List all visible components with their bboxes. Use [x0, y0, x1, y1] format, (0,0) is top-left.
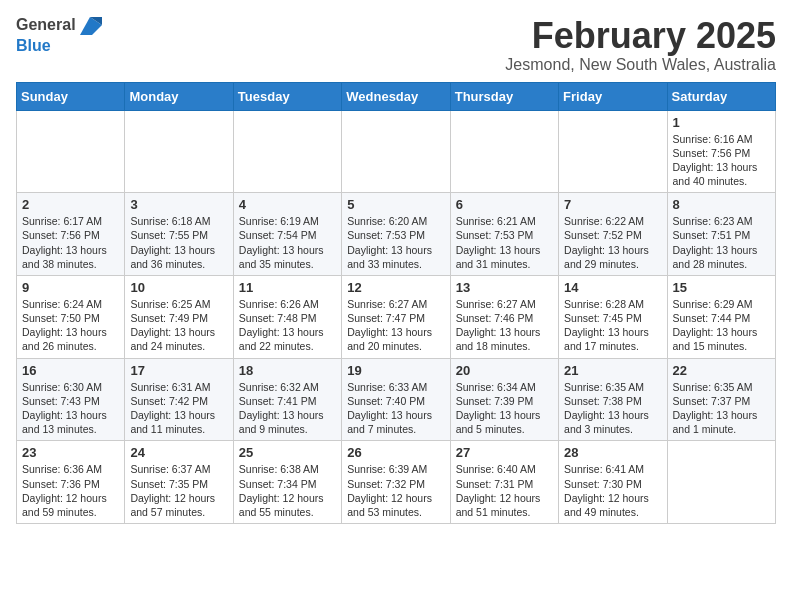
day-number: 20 [456, 363, 553, 378]
day-number: 26 [347, 445, 444, 460]
day-number: 9 [22, 280, 119, 295]
day-info: Sunrise: 6:18 AM Sunset: 7:55 PM Dayligh… [130, 214, 227, 271]
day-info: Sunrise: 6:29 AM Sunset: 7:44 PM Dayligh… [673, 297, 770, 354]
calendar-cell: 19Sunrise: 6:33 AM Sunset: 7:40 PM Dayli… [342, 358, 450, 441]
day-number: 19 [347, 363, 444, 378]
calendar-cell: 25Sunrise: 6:38 AM Sunset: 7:34 PM Dayli… [233, 441, 341, 524]
calendar-cell: 18Sunrise: 6:32 AM Sunset: 7:41 PM Dayli… [233, 358, 341, 441]
day-info: Sunrise: 6:19 AM Sunset: 7:54 PM Dayligh… [239, 214, 336, 271]
calendar-cell [667, 441, 775, 524]
day-number: 24 [130, 445, 227, 460]
day-number: 27 [456, 445, 553, 460]
day-info: Sunrise: 6:16 AM Sunset: 7:56 PM Dayligh… [673, 132, 770, 189]
calendar-week-2: 2Sunrise: 6:17 AM Sunset: 7:56 PM Daylig… [17, 193, 776, 276]
day-number: 6 [456, 197, 553, 212]
day-number: 16 [22, 363, 119, 378]
weekday-header-wednesday: Wednesday [342, 82, 450, 110]
day-info: Sunrise: 6:27 AM Sunset: 7:47 PM Dayligh… [347, 297, 444, 354]
calendar-cell: 9Sunrise: 6:24 AM Sunset: 7:50 PM Daylig… [17, 275, 125, 358]
calendar-cell: 5Sunrise: 6:20 AM Sunset: 7:53 PM Daylig… [342, 193, 450, 276]
month-year: February 2025 [505, 16, 776, 56]
day-info: Sunrise: 6:38 AM Sunset: 7:34 PM Dayligh… [239, 462, 336, 519]
calendar-cell: 1Sunrise: 6:16 AM Sunset: 7:56 PM Daylig… [667, 110, 775, 193]
calendar-cell: 22Sunrise: 6:35 AM Sunset: 7:37 PM Dayli… [667, 358, 775, 441]
calendar-cell [342, 110, 450, 193]
calendar-cell: 28Sunrise: 6:41 AM Sunset: 7:30 PM Dayli… [559, 441, 667, 524]
weekday-header-row: SundayMondayTuesdayWednesdayThursdayFrid… [17, 82, 776, 110]
day-info: Sunrise: 6:35 AM Sunset: 7:37 PM Dayligh… [673, 380, 770, 437]
day-info: Sunrise: 6:33 AM Sunset: 7:40 PM Dayligh… [347, 380, 444, 437]
day-info: Sunrise: 6:21 AM Sunset: 7:53 PM Dayligh… [456, 214, 553, 271]
calendar-cell: 8Sunrise: 6:23 AM Sunset: 7:51 PM Daylig… [667, 193, 775, 276]
page-header: General Blue February 2025 Jesmond, New … [16, 16, 776, 74]
calendar-cell: 11Sunrise: 6:26 AM Sunset: 7:48 PM Dayli… [233, 275, 341, 358]
day-info: Sunrise: 6:20 AM Sunset: 7:53 PM Dayligh… [347, 214, 444, 271]
day-info: Sunrise: 6:32 AM Sunset: 7:41 PM Dayligh… [239, 380, 336, 437]
day-number: 18 [239, 363, 336, 378]
calendar-cell: 26Sunrise: 6:39 AM Sunset: 7:32 PM Dayli… [342, 441, 450, 524]
day-number: 25 [239, 445, 336, 460]
day-number: 17 [130, 363, 227, 378]
day-number: 5 [347, 197, 444, 212]
day-info: Sunrise: 6:31 AM Sunset: 7:42 PM Dayligh… [130, 380, 227, 437]
day-info: Sunrise: 6:26 AM Sunset: 7:48 PM Dayligh… [239, 297, 336, 354]
day-number: 15 [673, 280, 770, 295]
calendar-cell: 14Sunrise: 6:28 AM Sunset: 7:45 PM Dayli… [559, 275, 667, 358]
calendar-cell: 16Sunrise: 6:30 AM Sunset: 7:43 PM Dayli… [17, 358, 125, 441]
weekday-header-thursday: Thursday [450, 82, 558, 110]
day-info: Sunrise: 6:34 AM Sunset: 7:39 PM Dayligh… [456, 380, 553, 437]
calendar-cell: 17Sunrise: 6:31 AM Sunset: 7:42 PM Dayli… [125, 358, 233, 441]
calendar-cell: 3Sunrise: 6:18 AM Sunset: 7:55 PM Daylig… [125, 193, 233, 276]
calendar-cell: 13Sunrise: 6:27 AM Sunset: 7:46 PM Dayli… [450, 275, 558, 358]
calendar-cell: 23Sunrise: 6:36 AM Sunset: 7:36 PM Dayli… [17, 441, 125, 524]
day-info: Sunrise: 6:35 AM Sunset: 7:38 PM Dayligh… [564, 380, 661, 437]
day-info: Sunrise: 6:27 AM Sunset: 7:46 PM Dayligh… [456, 297, 553, 354]
logo-blue: Blue [16, 37, 102, 55]
logo-general: General [16, 16, 102, 35]
calendar-cell: 10Sunrise: 6:25 AM Sunset: 7:49 PM Dayli… [125, 275, 233, 358]
day-info: Sunrise: 6:24 AM Sunset: 7:50 PM Dayligh… [22, 297, 119, 354]
day-number: 8 [673, 197, 770, 212]
day-info: Sunrise: 6:41 AM Sunset: 7:30 PM Dayligh… [564, 462, 661, 519]
calendar-cell [17, 110, 125, 193]
calendar-cell [125, 110, 233, 193]
day-info: Sunrise: 6:30 AM Sunset: 7:43 PM Dayligh… [22, 380, 119, 437]
day-info: Sunrise: 6:25 AM Sunset: 7:49 PM Dayligh… [130, 297, 227, 354]
calendar-week-5: 23Sunrise: 6:36 AM Sunset: 7:36 PM Dayli… [17, 441, 776, 524]
calendar-cell [450, 110, 558, 193]
day-number: 21 [564, 363, 661, 378]
day-number: 28 [564, 445, 661, 460]
day-number: 7 [564, 197, 661, 212]
day-info: Sunrise: 6:39 AM Sunset: 7:32 PM Dayligh… [347, 462, 444, 519]
calendar-cell: 20Sunrise: 6:34 AM Sunset: 7:39 PM Dayli… [450, 358, 558, 441]
calendar-cell [559, 110, 667, 193]
calendar-cell: 24Sunrise: 6:37 AM Sunset: 7:35 PM Dayli… [125, 441, 233, 524]
day-info: Sunrise: 6:23 AM Sunset: 7:51 PM Dayligh… [673, 214, 770, 271]
calendar-cell: 21Sunrise: 6:35 AM Sunset: 7:38 PM Dayli… [559, 358, 667, 441]
logo: General Blue [16, 16, 102, 55]
day-info: Sunrise: 6:28 AM Sunset: 7:45 PM Dayligh… [564, 297, 661, 354]
day-info: Sunrise: 6:36 AM Sunset: 7:36 PM Dayligh… [22, 462, 119, 519]
weekday-header-saturday: Saturday [667, 82, 775, 110]
calendar-table: SundayMondayTuesdayWednesdayThursdayFrid… [16, 82, 776, 524]
calendar-cell: 7Sunrise: 6:22 AM Sunset: 7:52 PM Daylig… [559, 193, 667, 276]
day-number: 14 [564, 280, 661, 295]
calendar-week-3: 9Sunrise: 6:24 AM Sunset: 7:50 PM Daylig… [17, 275, 776, 358]
calendar-week-1: 1Sunrise: 6:16 AM Sunset: 7:56 PM Daylig… [17, 110, 776, 193]
day-info: Sunrise: 6:40 AM Sunset: 7:31 PM Dayligh… [456, 462, 553, 519]
day-number: 10 [130, 280, 227, 295]
location: Jesmond, New South Wales, Australia [505, 56, 776, 74]
calendar-cell [233, 110, 341, 193]
calendar-cell: 15Sunrise: 6:29 AM Sunset: 7:44 PM Dayli… [667, 275, 775, 358]
weekday-header-tuesday: Tuesday [233, 82, 341, 110]
weekday-header-monday: Monday [125, 82, 233, 110]
day-number: 4 [239, 197, 336, 212]
day-info: Sunrise: 6:37 AM Sunset: 7:35 PM Dayligh… [130, 462, 227, 519]
calendar-cell: 2Sunrise: 6:17 AM Sunset: 7:56 PM Daylig… [17, 193, 125, 276]
day-number: 3 [130, 197, 227, 212]
weekday-header-sunday: Sunday [17, 82, 125, 110]
title-block: February 2025 Jesmond, New South Wales, … [505, 16, 776, 74]
calendar-cell: 12Sunrise: 6:27 AM Sunset: 7:47 PM Dayli… [342, 275, 450, 358]
day-number: 22 [673, 363, 770, 378]
day-number: 11 [239, 280, 336, 295]
